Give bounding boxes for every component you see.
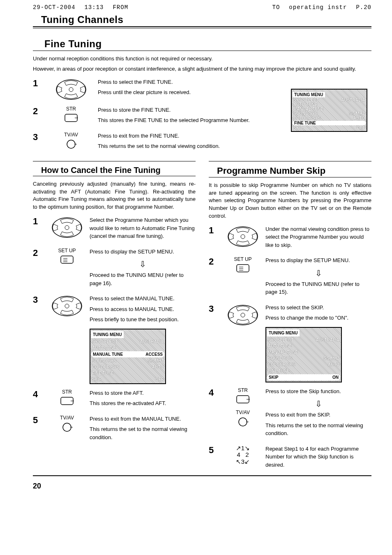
step-num: 2 xyxy=(209,256,220,267)
step-text: Press to select the MANUAL TUNE. xyxy=(90,295,196,303)
fine-intro-2: However, in areas of poor reception or c… xyxy=(33,65,371,73)
step-text: Press to store the FINE TUNE. xyxy=(98,106,270,114)
btn-label: SET UP xyxy=(234,256,251,262)
step-text: This returns the set to the normal viewi… xyxy=(90,425,196,441)
step-text: Press to store the Skip function. xyxy=(265,387,371,396)
menu-title: TUNING MENU xyxy=(293,92,325,97)
step-num: 1 xyxy=(33,216,44,227)
step-text: Press until the clear picture is receive… xyxy=(98,88,246,97)
tvav-button-icon xyxy=(65,138,77,150)
tuning-menu-box: TUNING MENU SYS SELECTAUSTRALIA AUTO TUN… xyxy=(265,327,342,382)
step-text: This returns the set to the normal viewi… xyxy=(265,421,371,438)
step-text: Press to store the AFT. xyxy=(90,389,196,397)
step-text: Proceed to the TUNING MENU (refer to pag… xyxy=(90,271,196,287)
fax-header: 29-OCT-2004 13:13 FROM TO operating inst… xyxy=(33,4,371,11)
step-text: This stores the FINE TUNE to the selecte… xyxy=(98,116,270,124)
btn-label: TV/AV xyxy=(236,410,250,415)
heading-tuning-channels: Tuning Channels xyxy=(41,14,371,25)
btn-label: SET UP xyxy=(58,248,76,253)
tvav-button-icon xyxy=(237,416,249,428)
fax-date: 29-OCT-2004 xyxy=(33,4,75,11)
fine-intro-1: Under normal reception conditions this f… xyxy=(33,55,371,63)
step-num: 2 xyxy=(33,248,44,258)
heading-fine-tuning: Fine Tuning xyxy=(44,38,371,50)
fax-from: FROM xyxy=(113,4,128,11)
step-num: 3 xyxy=(33,295,44,305)
str-button-icon xyxy=(64,113,78,123)
step-num: 1 xyxy=(209,225,220,236)
heading-cancel-fine-tuning: How to Cancel the Fine Tuning xyxy=(41,166,196,175)
step-text: Under the normal viewing condition press… xyxy=(265,225,371,249)
navpad-icon xyxy=(51,216,83,239)
step-text: Press to exit from the MANUAL TUNE. xyxy=(90,415,196,423)
down-arrow-icon: ⇩ xyxy=(265,267,371,279)
fax-doc: operating instr xyxy=(289,4,347,11)
page-number: 20 xyxy=(33,482,371,491)
step-text: Press to exit from the SKIP. xyxy=(265,411,371,419)
navpad-icon xyxy=(226,225,259,248)
step-text: This returns the set to the normal viewi… xyxy=(98,142,270,150)
step-text: Press to exit from the FINE TUNE. xyxy=(98,132,270,140)
repeat-cycle-icon: ↗1↘4 2↖3↙ xyxy=(231,445,255,465)
setup-button-icon xyxy=(236,263,250,274)
step-text: Proceed to the TUNING MENU (refer to pag… xyxy=(265,280,371,296)
step-num: 2 xyxy=(33,106,44,117)
step-text: Select the Programme Number which you wo… xyxy=(90,216,196,240)
step-num: 5 xyxy=(209,445,220,456)
step-text: Press to change the mode to "ON". xyxy=(265,314,371,322)
str-button-icon xyxy=(236,394,250,405)
navpad-icon xyxy=(55,78,88,101)
step-text: Press to select the FINE TUNE. xyxy=(98,78,246,86)
step-text: This stores the re-activated AFT. xyxy=(90,399,196,408)
tuning-menu-box: TUNING MENU SYS SELECTAUSTRALIA AUTO TUN… xyxy=(291,89,367,132)
cancel-intro: Canceling previously adjusted (manually)… xyxy=(33,180,196,211)
btn-label: TV/AV xyxy=(64,132,78,138)
step-num: 4 xyxy=(209,387,220,398)
tvav-button-icon xyxy=(61,421,73,433)
step-text: Press to select the SKIP. xyxy=(265,304,371,312)
step-text: Repeat Step1 to 4 for each Programme Num… xyxy=(265,445,371,469)
tuning-menu-box: TUNING MENU SYS SELECTAUSTRALIA AUTO TUN… xyxy=(90,329,166,384)
step-num: 3 xyxy=(209,304,220,314)
down-arrow-icon: ⇩ xyxy=(265,398,371,410)
skip-intro: It is possible to skip Programme Number … xyxy=(209,182,371,220)
step-num: 4 xyxy=(33,389,44,400)
fax-to: TO xyxy=(272,4,280,11)
step-num: 5 xyxy=(33,415,44,426)
btn-label: STR xyxy=(62,389,72,395)
btn-label: STR xyxy=(66,106,76,112)
step-text: Press briefly to tune the best position. xyxy=(90,315,196,324)
step-text: Press to access to MANUAL TUNE. xyxy=(90,305,196,313)
fax-page: P.20 xyxy=(356,4,371,11)
down-arrow-icon: ⇩ xyxy=(90,258,196,270)
heading-programme-number-skip: Programme Number Skip xyxy=(217,166,371,176)
step-text: Press to display the SETUP MENU. xyxy=(90,248,196,256)
step-num: 1 xyxy=(33,78,44,89)
step-num: 3 xyxy=(33,132,44,143)
setup-button-icon xyxy=(60,254,74,265)
btn-label: TV/AV xyxy=(60,415,74,421)
step-text: Press to display the SETUP MENU. xyxy=(265,256,371,265)
btn-label: STR xyxy=(238,387,248,393)
str-button-icon xyxy=(60,396,74,406)
navpad-icon xyxy=(51,295,83,318)
fax-time: 13:13 xyxy=(84,4,104,11)
navpad-icon xyxy=(226,304,259,327)
